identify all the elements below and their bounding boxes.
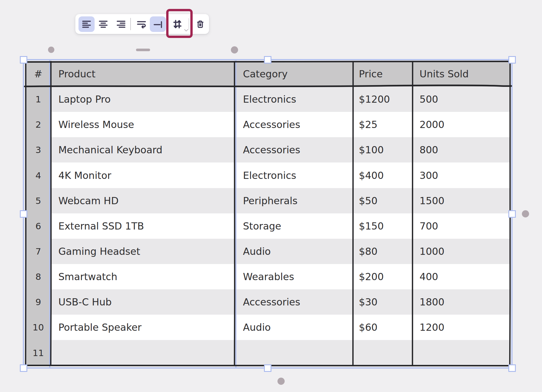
align-right-icon — [116, 19, 126, 29]
table-cell[interactable]: $50 — [359, 188, 378, 213]
table-cell[interactable]: Storage — [243, 213, 281, 239]
whiteboard-canvas[interactable]: #ProductCategoryPriceUnits Sold1Laptop P… — [0, 0, 542, 392]
header-cell[interactable]: Product — [58, 61, 95, 87]
table-cell[interactable]: External SSD 1TB — [58, 213, 144, 239]
table-cell[interactable]: USB-C Hub — [58, 289, 112, 315]
table-cell[interactable]: Audio — [243, 315, 271, 340]
table-cell[interactable]: 1200 — [420, 315, 445, 340]
table-cell[interactable]: 8 — [26, 264, 51, 289]
header-cell[interactable]: Price — [359, 61, 383, 87]
header-cell[interactable]: Category — [243, 61, 288, 87]
chevron-down-icon[interactable] — [184, 27, 188, 33]
table-cell[interactable]: 11 — [26, 340, 51, 366]
table-cell[interactable]: 6 — [26, 213, 51, 239]
table-cell[interactable]: $200 — [359, 264, 384, 289]
table-cell[interactable]: 300 — [420, 162, 438, 188]
table-cell[interactable]: Peripherals — [243, 188, 298, 213]
table-cell[interactable]: Laptop Pro — [58, 87, 111, 112]
table-cell[interactable]: Portable Speaker — [58, 315, 141, 340]
selection-resize-handle[interactable] — [508, 364, 516, 372]
table-cell[interactable]: Mechanical Keyboard — [58, 137, 162, 162]
table-cell[interactable]: 1500 — [420, 188, 445, 213]
overflow-to-line-icon — [153, 19, 163, 29]
toolbar-divider — [130, 18, 131, 30]
table-cell[interactable]: 1000 — [420, 239, 445, 264]
table-cell[interactable]: Wearables — [243, 264, 294, 289]
align-left-icon — [81, 19, 92, 29]
text-wrap-button[interactable] — [133, 16, 150, 32]
table-cell[interactable]: Electronics — [243, 87, 296, 112]
table-cell[interactable]: Gaming Headset — [58, 239, 140, 264]
table-cell[interactable]: 500 — [420, 87, 438, 112]
add-column-dot[interactable] — [522, 210, 529, 217]
table-cell[interactable]: Wireless Mouse — [58, 112, 134, 137]
selection-resize-handle[interactable] — [508, 56, 516, 64]
table-cell[interactable]: 800 — [420, 137, 438, 162]
distribute-vertical-icon — [172, 18, 183, 30]
table-cell[interactable]: Smartwatch — [58, 264, 117, 289]
table-cell[interactable]: Electronics — [243, 162, 296, 188]
table-cell[interactable]: $25 — [359, 112, 378, 137]
selection-resize-handle[interactable] — [264, 56, 271, 64]
align-center-icon — [98, 19, 108, 29]
header-cell[interactable]: Units Sold — [420, 61, 469, 87]
table-cell[interactable]: Audio — [243, 239, 271, 264]
table-cell[interactable]: Accessories — [243, 112, 300, 137]
selection-resize-handle[interactable] — [20, 210, 27, 218]
table-cell[interactable]: 400 — [420, 264, 438, 289]
add-row-dot[interactable] — [277, 378, 285, 385]
column-drag-pill[interactable] — [136, 49, 150, 51]
table-cell[interactable]: 700 — [420, 213, 438, 239]
table-cell[interactable]: 5 — [26, 188, 51, 213]
trash-icon — [196, 20, 205, 29]
table-cell[interactable]: $60 — [359, 315, 378, 340]
text-overflow-button[interactable] — [150, 16, 166, 32]
table-cell[interactable]: 4K Monitor — [58, 162, 111, 188]
table-cell[interactable]: $30 — [359, 289, 378, 315]
align-right-button[interactable] — [113, 16, 129, 32]
wrap-text-icon — [136, 19, 147, 29]
table-cell[interactable]: 7 — [26, 239, 51, 264]
delete-button[interactable] — [192, 16, 208, 32]
table-cell[interactable]: 2000 — [420, 112, 445, 137]
table-cell[interactable]: 4 — [26, 162, 51, 188]
table-cell[interactable]: Webcam HD — [58, 188, 118, 213]
align-left-button[interactable] — [78, 16, 95, 32]
toolbar-divider — [189, 18, 189, 30]
table-cell[interactable]: 2 — [26, 112, 51, 137]
table-cell[interactable]: 1 — [26, 87, 51, 112]
table-cell[interactable]: 1800 — [420, 289, 445, 315]
column-grab-dot[interactable] — [231, 46, 238, 53]
table-cell[interactable]: $100 — [359, 137, 384, 162]
align-center-button[interactable] — [95, 16, 111, 32]
column-grab-dot[interactable] — [48, 47, 54, 53]
row-stripe-fill — [51, 340, 510, 366]
selection-resize-handle[interactable] — [264, 364, 271, 372]
selection-resize-handle[interactable] — [20, 364, 27, 372]
table-cell[interactable]: Accessories — [243, 289, 300, 315]
table-cell[interactable]: 3 — [26, 137, 51, 162]
table-cell[interactable]: 9 — [26, 289, 51, 315]
header-cell[interactable]: # — [26, 61, 51, 87]
row-height-button[interactable] — [169, 16, 185, 32]
table-toolbar — [75, 14, 209, 34]
table-cell[interactable]: Accessories — [243, 137, 300, 162]
table-cell[interactable]: $150 — [359, 213, 384, 239]
selection-resize-handle[interactable] — [508, 210, 516, 218]
selection-resize-handle[interactable] — [20, 56, 27, 64]
table-cell[interactable]: $400 — [359, 162, 384, 188]
table-cell[interactable]: $1200 — [359, 87, 390, 112]
table-cell[interactable]: $80 — [359, 239, 378, 264]
table-cell[interactable]: 10 — [26, 315, 51, 340]
